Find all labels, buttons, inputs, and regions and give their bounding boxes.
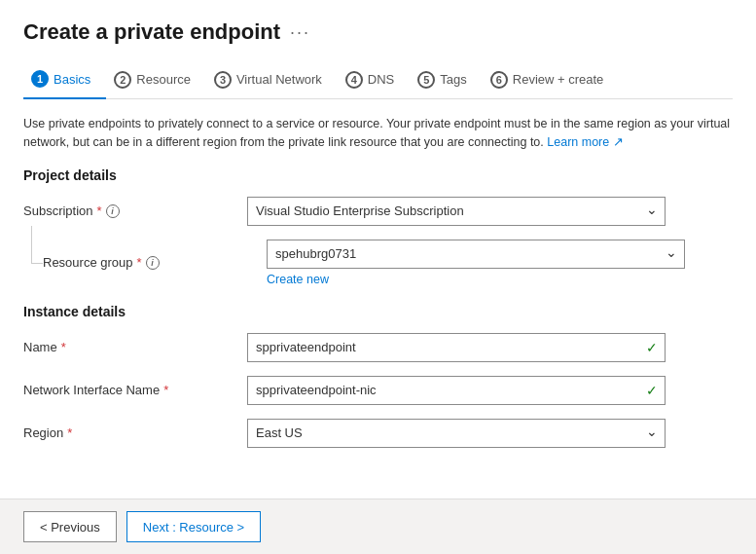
tab-review-create[interactable]: 6 Review + create bbox=[483, 63, 620, 98]
region-required-mark: * bbox=[67, 425, 72, 440]
instance-details-header: Instance details bbox=[23, 304, 733, 319]
previous-button[interactable]: < Previous bbox=[23, 511, 117, 542]
wizard-tabs: 1 Basics 2 Resource 3 Virtual Network 4 … bbox=[23, 62, 733, 99]
subscription-control: Visual Studio Enterprise Subscription bbox=[247, 197, 733, 226]
subscription-info-icon[interactable]: i bbox=[106, 204, 120, 218]
subscription-label: Subscription * i bbox=[23, 203, 247, 218]
region-row: Region * East US bbox=[23, 419, 733, 448]
region-select-wrapper: East US bbox=[247, 419, 666, 448]
region-label: Region * bbox=[23, 425, 247, 440]
name-required-mark: * bbox=[61, 340, 66, 354]
bottom-navigation-bar: < Previous Next : Resource > bbox=[0, 499, 756, 554]
resource-group-required-mark: * bbox=[137, 255, 142, 270]
resource-group-select[interactable]: spehubrg0731 bbox=[267, 240, 685, 269]
region-control: East US bbox=[247, 419, 733, 448]
nic-name-control: ✓ bbox=[247, 376, 733, 405]
name-label: Name * bbox=[23, 340, 247, 354]
tab-dns[interactable]: 4 DNS bbox=[338, 63, 410, 98]
nic-name-valid-icon: ✓ bbox=[646, 383, 658, 398]
name-input-wrapper: ✓ bbox=[247, 333, 666, 362]
name-row: Name * ✓ bbox=[23, 333, 733, 362]
nic-name-label: Network Interface Name * bbox=[23, 383, 247, 397]
region-select[interactable]: East US bbox=[247, 419, 666, 448]
subscription-row: Subscription * i Visual Studio Enterpris… bbox=[23, 197, 733, 226]
info-description: Use private endpoints to privately conne… bbox=[23, 115, 733, 152]
tab-number-tags: 5 bbox=[417, 71, 435, 89]
subscription-select-wrapper: Visual Studio Enterprise Subscription bbox=[247, 197, 666, 226]
tab-virtual-network[interactable]: 3 Virtual Network bbox=[206, 63, 338, 98]
resource-group-row: Resource group * i spehubrg0731 Create n… bbox=[23, 240, 733, 286]
name-valid-icon: ✓ bbox=[646, 340, 658, 355]
nic-name-input-wrapper: ✓ bbox=[247, 376, 666, 405]
more-options-icon[interactable]: ··· bbox=[290, 22, 310, 43]
tab-number-review: 6 bbox=[490, 71, 508, 89]
subscription-select[interactable]: Visual Studio Enterprise Subscription bbox=[247, 197, 666, 226]
name-input[interactable] bbox=[247, 333, 666, 362]
resource-group-select-wrapper: spehubrg0731 bbox=[267, 240, 685, 269]
tab-label-basics: Basics bbox=[54, 72, 90, 87]
tab-number-basics: 1 bbox=[31, 70, 49, 88]
create-new-resource-group-link[interactable]: Create new bbox=[267, 273, 733, 286]
tab-label-tags: Tags bbox=[440, 72, 466, 87]
next-button[interactable]: Next : Resource > bbox=[126, 511, 261, 542]
learn-more-link[interactable]: Learn more ↗ bbox=[547, 135, 623, 149]
subscription-required-mark: * bbox=[97, 203, 102, 218]
name-control: ✓ bbox=[247, 333, 733, 362]
tab-number-resource: 2 bbox=[114, 71, 131, 89]
tab-number-dns: 4 bbox=[345, 71, 363, 89]
resource-group-label: Resource group * i bbox=[43, 255, 267, 270]
nic-name-required-mark: * bbox=[163, 383, 168, 397]
tab-label-review: Review + create bbox=[513, 72, 604, 87]
nic-name-input[interactable] bbox=[247, 376, 666, 405]
tab-label-vnet: Virtual Network bbox=[236, 72, 322, 87]
resource-group-control: spehubrg0731 Create new bbox=[267, 240, 733, 286]
page-title: Create a private endpoint bbox=[23, 19, 280, 45]
tab-basics[interactable]: 1 Basics bbox=[23, 62, 106, 99]
tab-label-resource: Resource bbox=[136, 72, 191, 87]
nic-name-row: Network Interface Name * ✓ bbox=[23, 376, 733, 405]
resource-group-info-icon[interactable]: i bbox=[146, 256, 160, 270]
tab-label-dns: DNS bbox=[368, 72, 394, 87]
tab-number-vnet: 3 bbox=[214, 71, 232, 89]
project-details-header: Project details bbox=[23, 167, 733, 183]
tab-tags[interactable]: 5 Tags bbox=[410, 63, 482, 98]
tab-resource[interactable]: 2 Resource bbox=[106, 63, 206, 98]
